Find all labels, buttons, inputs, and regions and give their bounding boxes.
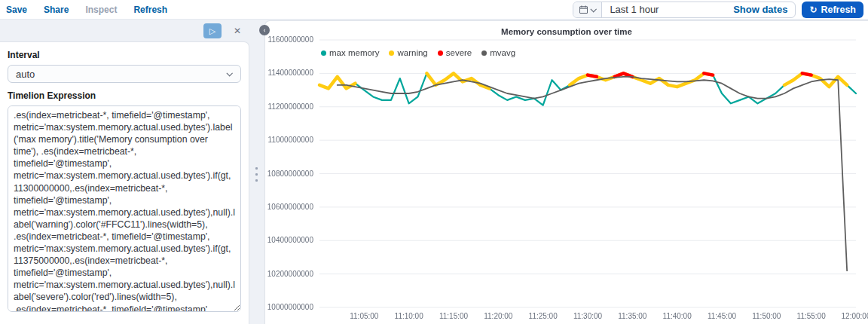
x-tick-label: 11:55:00	[797, 312, 827, 320]
collapse-panel-icon[interactable]: ‹	[259, 25, 270, 35]
run-expression-button[interactable]: ▷	[203, 23, 222, 38]
y-tick-label: 11000000000	[268, 136, 314, 144]
legend-item[interactable]: warning	[389, 48, 427, 57]
refresh-icon: ↻	[809, 5, 817, 14]
legend-dot-icon	[481, 50, 487, 56]
x-tick-label: 11:50:00	[752, 312, 781, 320]
legend-label: mvavg	[490, 48, 515, 57]
x-tick-label: 11:10:00	[395, 312, 424, 320]
show-dates-button[interactable]: Show dates	[726, 4, 795, 15]
legend-dot-icon	[321, 50, 326, 56]
chevron-down-icon	[226, 70, 232, 76]
legend-item[interactable]: mvavg	[481, 48, 515, 57]
play-icon: ▷	[209, 26, 215, 36]
refresh-link[interactable]: Refresh	[133, 5, 167, 15]
refresh-button[interactable]: ↻ Refresh	[802, 2, 863, 18]
x-tick-label: 12:00:00	[842, 312, 868, 320]
calendar-icon	[579, 5, 588, 14]
legend-dot-icon	[389, 50, 394, 56]
legend-label: max memory	[329, 48, 379, 57]
save-button[interactable]: Save	[6, 5, 27, 15]
panel-resizer[interactable]	[249, 20, 265, 324]
date-picker-menu-button[interactable]	[573, 2, 602, 17]
refresh-button-label: Refresh	[821, 5, 856, 15]
close-editor-button[interactable]: ✕	[231, 26, 244, 36]
main-content: ▷ ✕ Interval auto Timelion Expression .e…	[0, 20, 868, 324]
chevron-down-icon	[591, 6, 597, 12]
inspect-button[interactable]: Inspect	[85, 5, 117, 15]
legend-item[interactable]: severe	[438, 48, 472, 57]
interval-select[interactable]: auto	[8, 65, 241, 83]
close-icon: ✕	[234, 26, 241, 36]
share-button[interactable]: Share	[44, 5, 69, 15]
x-tick-label: 11:15:00	[439, 312, 469, 320]
y-tick-label: 11600000000	[268, 35, 314, 44]
chart-panel: ‹ Memory consumption over time max memor…	[265, 21, 868, 324]
x-tick-label: 11:35:00	[618, 312, 647, 320]
x-tick-label: 11:30:00	[573, 312, 603, 320]
top-bar: Save Share Inspect Refresh Last 1 hour S…	[0, 0, 868, 20]
y-tick-label: 10600000000	[267, 203, 314, 211]
x-tick-label: 11:25:00	[529, 312, 558, 320]
y-tick-label: 10800000000	[267, 170, 314, 178]
y-tick-label: 10200000000	[267, 270, 314, 278]
interval-selected-value: auto	[16, 69, 35, 80]
editor-nav-links: Save Share Inspect Refresh	[6, 5, 167, 15]
expression-label: Timelion Expression	[8, 90, 241, 101]
x-tick-label: 11:05:00	[350, 312, 379, 320]
editor-form: Interval auto Timelion Expression .es(in…	[0, 42, 249, 324]
drag-handle-icon[interactable]	[255, 167, 258, 182]
y-tick-label: 10000000000	[267, 303, 314, 311]
timelion-expression-input[interactable]: .es(index=metricbeat-*, timefield='@time…	[8, 105, 241, 312]
y-tick-label: 10400000000	[267, 236, 314, 244]
chart-svg: 1160000000011400000000112000000001100000…	[265, 21, 868, 324]
chart-legend: max memorywarningseveremvavg	[321, 48, 515, 57]
x-tick-label: 11:20:00	[484, 312, 513, 320]
y-tick-label: 11400000000	[268, 69, 314, 77]
time-picker: Last 1 hour Show dates	[573, 2, 796, 18]
legend-dot-icon	[438, 50, 443, 56]
interval-label: Interval	[8, 50, 241, 60]
timelion-editor-panel: ▷ ✕ Interval auto Timelion Expression .e…	[0, 20, 249, 324]
x-tick-label: 11:45:00	[708, 312, 737, 320]
editor-toolbar: ▷ ✕	[0, 20, 249, 42]
x-tick-label: 11:40:00	[663, 312, 692, 320]
legend-label: warning	[397, 48, 427, 57]
legend-label: severe	[446, 48, 472, 57]
y-tick-label: 11200000000	[268, 102, 314, 111]
legend-item[interactable]: max memory	[321, 48, 379, 57]
time-range-value[interactable]: Last 1 hour	[602, 4, 726, 15]
